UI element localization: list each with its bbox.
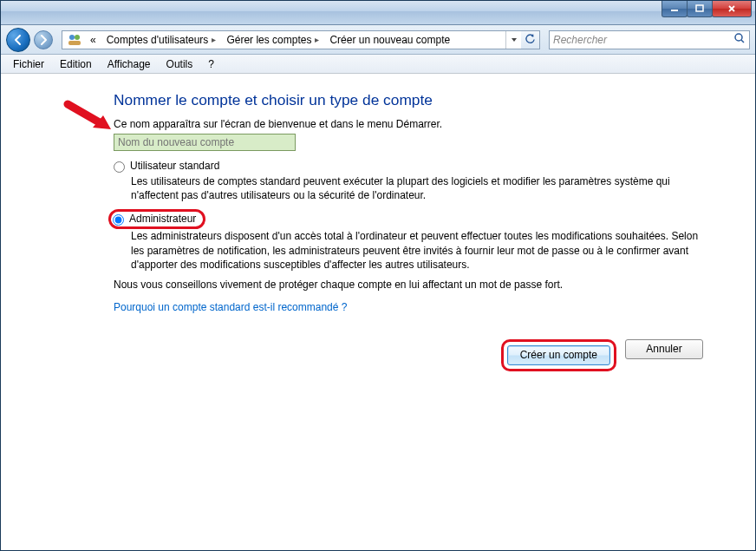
breadcrumb-item-2[interactable]: Créer un nouveau compte — [324, 31, 455, 49]
svg-rect-0 — [671, 10, 678, 11]
search-icon — [733, 32, 746, 47]
navigation-bar: « Comptes d'utilisateurs ▸ Gérer les com… — [1, 25, 755, 55]
forward-button[interactable] — [34, 30, 53, 49]
radio-admin-input[interactable] — [113, 214, 124, 226]
close-button[interactable] — [712, 1, 752, 17]
annotation-highlight-admin: Administrateur — [108, 209, 205, 229]
svg-rect-4 — [68, 41, 81, 45]
arrow-right-icon — [37, 34, 49, 46]
annotation-highlight-create: Créer un compte — [501, 339, 616, 371]
address-dropdown[interactable] — [505, 31, 521, 49]
menu-view[interactable]: Affichage — [101, 56, 158, 72]
minimize-button[interactable] — [662, 1, 688, 17]
button-row: Créer un compte Annuler — [114, 339, 712, 371]
menu-help[interactable]: ? — [201, 56, 221, 72]
cancel-button[interactable]: Annuler — [625, 339, 703, 359]
menu-edit[interactable]: Edition — [53, 56, 99, 72]
help-link[interactable]: Pourquoi un compte standard est-il recom… — [114, 301, 712, 313]
back-button[interactable] — [6, 28, 30, 52]
password-advice: Nous vous conseillons vivement de protég… — [114, 279, 712, 291]
annotation-arrow-icon — [63, 100, 115, 134]
search-placeholder: Rechercher — [553, 34, 607, 46]
chevron-down-icon — [511, 36, 518, 43]
content-area: Nommer le compte et choisir un type de c… — [1, 74, 755, 550]
svg-point-2 — [69, 35, 75, 40]
radio-standard-label: Utilisateur standard — [130, 160, 219, 172]
breadcrumb-prefix: « — [85, 31, 101, 49]
user-accounts-icon — [68, 33, 81, 47]
radio-admin-label: Administrateur — [129, 213, 196, 225]
radio-standard-user[interactable]: Utilisateur standard — [114, 160, 712, 173]
menu-tools[interactable]: Outils — [160, 56, 200, 72]
refresh-icon — [525, 34, 536, 45]
svg-point-3 — [75, 35, 80, 40]
explorer-window: « Comptes d'utilisateurs ▸ Gérer les com… — [0, 0, 756, 551]
address-bar[interactable]: « Comptes d'utilisateurs ▸ Gérer les com… — [62, 30, 540, 49]
breadcrumb-item-0[interactable]: Comptes d'utilisateurs ▸ — [101, 31, 222, 49]
radio-administrator[interactable]: Administrateur — [113, 213, 196, 226]
breadcrumb-label: Créer un nouveau compte — [329, 34, 450, 46]
radio-admin-desc: Les administrateurs disposent d'un accès… — [131, 229, 712, 272]
search-input[interactable]: Rechercher — [549, 30, 750, 49]
refresh-button[interactable] — [521, 30, 540, 49]
titlebar — [1, 1, 755, 25]
account-type-group: Utilisateur standard Les utilisateurs de… — [114, 160, 712, 313]
chevron-right-icon: ▸ — [315, 35, 319, 44]
svg-rect-1 — [696, 5, 703, 11]
arrow-left-icon — [12, 34, 24, 46]
account-name-input[interactable] — [114, 134, 296, 151]
breadcrumb-item-1[interactable]: Gérer les comptes ▸ — [221, 31, 324, 49]
page-subtitle: Ce nom apparaîtra sur l'écran de bienven… — [114, 118, 712, 130]
menu-bar: Fichier Edition Affichage Outils ? — [1, 55, 755, 74]
chevron-right-icon: ▸ — [212, 35, 216, 44]
page-title: Nommer le compte et choisir un type de c… — [114, 91, 712, 109]
svg-point-5 — [735, 34, 742, 41]
radio-standard-desc: Les utilisateurs de comptes standard peu… — [131, 174, 712, 202]
maximize-button[interactable] — [687, 1, 713, 17]
radio-standard-input[interactable] — [114, 161, 125, 173]
menu-file[interactable]: Fichier — [6, 56, 51, 72]
breadcrumb-label: Comptes d'utilisateurs — [107, 34, 209, 46]
window-buttons — [662, 1, 752, 17]
breadcrumb-label: Gérer les comptes — [226, 34, 311, 46]
create-account-button[interactable]: Créer un compte — [507, 345, 610, 365]
